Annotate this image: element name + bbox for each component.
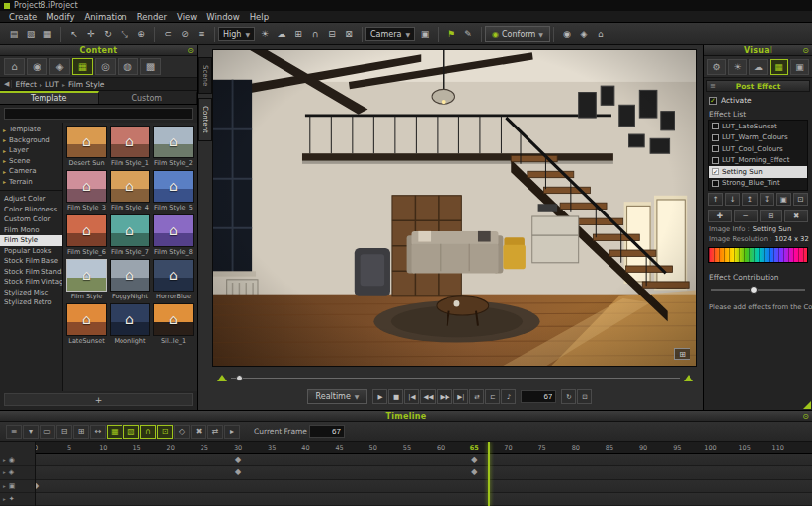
save-project-icon[interactable]: ▦ [40,26,55,42]
thumbnail-item[interactable]: ⌂ Sil..le_1 [153,303,194,345]
tree-item[interactable]: ▸ Background [0,135,62,146]
menu-item[interactable]: View [172,12,202,22]
move-tool-icon[interactable]: ✛ [83,26,99,42]
category-item[interactable]: Stock Film Vintage [0,277,62,288]
prop-content-icon[interactable]: ◈ [49,58,70,75]
scrubber-handle[interactable] [236,375,243,381]
effect-list-item[interactable]: LUT_Cool_Colours [709,143,807,155]
select-tool-icon[interactable]: ↖ [66,26,82,42]
light-settings-icon[interactable]: ☀ [728,59,747,75]
mirror-icon[interactable]: ⊟ [324,26,340,42]
realtime-button[interactable]: Realtime ▼ [307,389,368,404]
camera-settings-icon[interactable]: ▣ [790,59,809,75]
viewport-render[interactable]: ⊞ [212,49,697,367]
track-camera[interactable]: ◆ [36,480,812,493]
track-camera[interactable]: ▸ ▣ [0,480,35,493]
track-avatar[interactable]: ▸ ◉ [0,454,35,466]
rotate-tool-icon[interactable]: ↻ [100,26,116,42]
expand-icon[interactable]: ▸ [3,469,6,475]
time-scrubber[interactable] [217,369,693,386]
content-search-input[interactable] [4,108,193,120]
menu-item[interactable]: Create [4,12,41,22]
slider-track[interactable] [711,289,805,291]
add-key-icon[interactable]: ◇ [174,425,190,439]
quality-dropdown[interactable]: High ▼ [218,27,255,41]
thumbnail-item[interactable]: ⌂ Film Style_1 [110,126,150,167]
category-item[interactable]: Stylized Misc [0,288,62,298]
object-track-icon[interactable]: ▭ [40,425,55,439]
magnet-icon[interactable]: ∩ [307,26,323,42]
effect-contribution-slider[interactable] [711,285,805,295]
playhead[interactable] [488,442,490,506]
category-item[interactable]: Stylized Retro [0,297,62,308]
move-top-button[interactable]: ↥ [742,193,757,206]
display-settings-icon[interactable]: ⚙ [707,59,726,75]
panel-pin-icon[interactable]: ⊙ [802,411,809,422]
zoom-in-icon[interactable]: ⊞ [73,425,89,439]
frame-all-icon[interactable]: ▦ [107,425,122,439]
open-project-icon[interactable]: ▧ [23,26,39,42]
thumbnail-item[interactable]: ⌂ Film Style_6 [66,214,107,256]
effect-list-item[interactable]: LUT_LateSunset [709,121,807,132]
category-item[interactable]: Adjust Color [0,194,62,205]
thumbnail-item[interactable]: ⌂ Moonlight [110,303,150,345]
camera-dropdown[interactable]: Camera ▼ [365,27,415,41]
thumbnail-item[interactable]: ⌂ Film Style_3 [66,170,107,211]
stats-icon[interactable]: ⊠ [341,26,357,42]
track-prop[interactable]: ▸ ◈ [0,466,35,479]
last-frame-button[interactable]: ▶| [453,389,468,404]
first-frame-button[interactable]: |◀ [404,389,419,404]
thumbnail-item[interactable]: ⌂ FoggyNight [110,259,150,300]
thumbnail-item[interactable]: ⌂ Film Style_2 [153,126,194,167]
effect-list-item[interactable]: Strong_Blue_Tint [709,178,807,190]
panel-pin-icon[interactable]: ⊙ [187,45,194,56]
menu-item[interactable]: Window [202,12,245,22]
effect-checkbox[interactable] [712,123,719,129]
remove-effect-button[interactable]: − [734,210,758,222]
set-content-icon[interactable]: ⌂ [4,58,25,75]
tree-item[interactable]: ▸ Layer [0,145,62,156]
breadcrumb-item[interactable]: Film Style [68,80,104,89]
image-content-icon[interactable]: ▦ [72,58,93,75]
pivot-tool-icon[interactable]: ⊕ [133,26,149,42]
scale-tool-icon[interactable]: ⤡ [117,26,132,42]
breadcrumb-item[interactable]: LUT [45,80,59,89]
key-mode-icon[interactable]: ⊡ [157,425,173,439]
expand-icon[interactable]: ▸ [3,457,6,463]
add-avatar-icon[interactable]: ◉ [559,26,575,42]
track-avatar[interactable]: ◆◆ [36,454,812,466]
viewport-side-tab[interactable]: Content [198,98,212,141]
fullscreen-button[interactable]: ⊡ [577,389,592,404]
effect-checkbox[interactable] [712,168,719,175]
load-effect-button[interactable]: ▣ [776,193,791,206]
set-flag-icon[interactable]: ⚑ [444,26,459,42]
timeline-area[interactable]: 0510152025303540455055606570758085909510… [36,442,812,506]
effect-list-item[interactable]: Setting Sun [709,166,807,178]
refresh-button[interactable]: ↻ [561,389,576,404]
menu-item[interactable]: Animation [79,12,131,22]
link-icon[interactable]: ⊂ [160,26,176,42]
move-down-button[interactable]: ↓ [725,193,740,206]
keyframe-marker[interactable]: ◆ [471,455,477,464]
edit-pen-icon[interactable]: ✎ [460,26,476,42]
timeline-menu-icon[interactable]: ≡ [6,425,22,439]
prev-frame-button[interactable]: ◀◀ [420,389,436,404]
sun-icon[interactable]: ☀ [257,26,273,42]
timeline-frame-input[interactable] [309,425,345,438]
post-effect-section-header[interactable]: ≡ Post Effect [706,80,810,92]
next-frame-button[interactable]: ▶▶ [437,389,452,404]
tree-item[interactable]: ▸ Template [0,125,62,135]
material-content-icon[interactable]: ◍ [118,58,138,75]
delete-effect-button[interactable]: ✖ [784,210,808,222]
category-item[interactable]: Stock Film Base [0,256,62,267]
effect-list-item[interactable]: LUT_Morning_Effect [709,155,807,167]
play-button[interactable]: ▶ [372,389,387,404]
camera-icon[interactable]: ▣ [417,26,433,42]
thumbnail-item[interactable]: ⌂ LateSunset [66,303,107,345]
category-item[interactable]: Color Blindness [0,205,62,215]
add-effect-button[interactable]: ✚ [708,210,732,222]
viewport-side-tab[interactable]: Scene [198,57,212,94]
avatar-content-icon[interactable]: ◉ [27,58,47,75]
activate-checkbox[interactable] [709,97,717,105]
content-tab[interactable]: Template [0,91,99,104]
